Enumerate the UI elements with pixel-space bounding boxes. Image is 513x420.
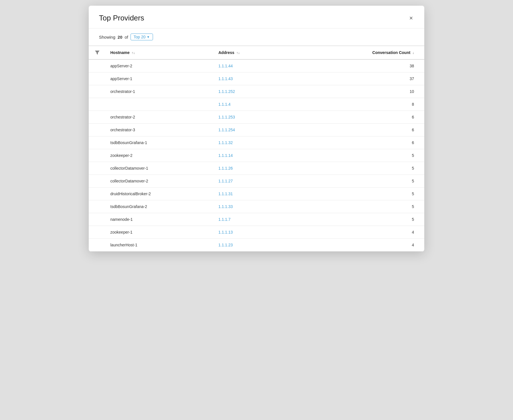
row-count: 5 <box>288 175 424 188</box>
row-address[interactable]: 1.1.1.13 <box>214 226 288 239</box>
modal-header: Top Providers × <box>89 6 424 28</box>
row-hostname: zookeeper-1 <box>106 226 214 239</box>
row-filter-cell <box>89 85 106 98</box>
row-count: 38 <box>288 59 424 72</box>
row-address[interactable]: 1.1.1.254 <box>214 124 288 136</box>
header-row: Hostname ↑↓ Address ↑↓ Conversation Coun… <box>89 46 424 60</box>
table-row: appServer-21.1.1.4438 <box>89 59 424 72</box>
row-filter-cell <box>89 98 106 111</box>
col-header-hostname[interactable]: Hostname ↑↓ <box>106 46 214 60</box>
table-row: tsdbBosunGrafana-21.1.1.335 <box>89 200 424 213</box>
row-hostname: orchestrator-2 <box>106 111 214 124</box>
providers-table-wrap: Hostname ↑↓ Address ↑↓ Conversation Coun… <box>89 46 424 251</box>
row-hostname <box>106 98 214 111</box>
address-sort-icon: ↑↓ <box>236 51 240 55</box>
table-body: appServer-21.1.1.4438appServer-11.1.1.43… <box>89 59 424 251</box>
table-row: 1.1.1.48 <box>89 98 424 111</box>
row-count: 10 <box>288 85 424 98</box>
row-count: 5 <box>288 200 424 213</box>
address-link[interactable]: 1.1.1.43 <box>218 76 233 81</box>
row-hostname: appServer-2 <box>106 59 214 72</box>
row-hostname: druidHistoricalBroker-2 <box>106 188 214 200</box>
showing-text: Showing <box>99 35 115 39</box>
row-filter-cell <box>89 188 106 200</box>
row-filter-cell <box>89 226 106 239</box>
row-address[interactable]: 1.1.1.33 <box>214 200 288 213</box>
row-count: 5 <box>288 213 424 226</box>
table-row: zookeeper-21.1.1.145 <box>89 149 424 162</box>
table-row: appServer-11.1.1.4337 <box>89 72 424 85</box>
count-sort-icon: ↓ <box>412 51 414 55</box>
row-hostname: orchestrator-3 <box>106 124 214 136</box>
address-link[interactable]: 1.1.1.23 <box>218 243 233 247</box>
row-count: 37 <box>288 72 424 85</box>
row-count: 6 <box>288 136 424 149</box>
table-row: zookeeper-11.1.1.134 <box>89 226 424 239</box>
top-dropdown-label: Top 20 <box>134 35 146 39</box>
table-row: namenode-11.1.1.75 <box>89 213 424 226</box>
address-link[interactable]: 1.1.1.254 <box>218 128 235 132</box>
address-link[interactable]: 1.1.1.14 <box>218 153 233 158</box>
row-address[interactable]: 1.1.1.14 <box>214 149 288 162</box>
row-address[interactable]: 1.1.1.7 <box>214 213 288 226</box>
row-hostname: tsdbBosunGrafana-1 <box>106 136 214 149</box>
row-address[interactable]: 1.1.1.26 <box>214 162 288 175</box>
row-address[interactable]: 1.1.1.23 <box>214 239 288 251</box>
modal-container: Top Providers × Showing 20 of Top 20 ▼ <box>89 6 424 251</box>
table-row: orchestrator-11.1.1.25210 <box>89 85 424 98</box>
col-header-count[interactable]: Conversation Count ↓ <box>288 46 424 60</box>
address-link[interactable]: 1.1.1.7 <box>218 217 231 222</box>
table-row: druidHistoricalBroker-21.1.1.315 <box>89 188 424 200</box>
col-header-filter <box>89 46 106 60</box>
address-link[interactable]: 1.1.1.253 <box>218 115 235 119</box>
row-address[interactable]: 1.1.1.27 <box>214 175 288 188</box>
modal-subheader: Showing 20 of Top 20 ▼ <box>89 28 424 46</box>
row-filter-cell <box>89 149 106 162</box>
showing-of: of <box>125 35 128 39</box>
address-link[interactable]: 1.1.1.44 <box>218 64 233 68</box>
row-address[interactable]: 1.1.1.252 <box>214 85 288 98</box>
table-row: tsdbBosunGrafana-11.1.1.326 <box>89 136 424 149</box>
row-hostname: namenode-1 <box>106 213 214 226</box>
top-dropdown-button[interactable]: Top 20 ▼ <box>131 34 153 40</box>
row-hostname: collectorDatamover-2 <box>106 175 214 188</box>
row-count: 4 <box>288 239 424 251</box>
row-address[interactable]: 1.1.1.32 <box>214 136 288 149</box>
showing-count: 20 <box>118 35 123 39</box>
table-row: collectorDatamover-11.1.1.265 <box>89 162 424 175</box>
row-address[interactable]: 1.1.1.44 <box>214 59 288 72</box>
col-count-label: Conversation Count <box>372 50 410 55</box>
row-count: 5 <box>288 188 424 200</box>
hostname-sort-icon: ↑↓ <box>132 51 135 55</box>
row-filter-cell <box>89 162 106 175</box>
row-filter-cell <box>89 175 106 188</box>
col-header-address[interactable]: Address ↑↓ <box>214 46 288 60</box>
address-link[interactable]: 1.1.1.252 <box>218 89 235 94</box>
table-header: Hostname ↑↓ Address ↑↓ Conversation Coun… <box>89 46 424 60</box>
col-hostname-label: Hostname <box>110 50 130 55</box>
chevron-down-icon: ▼ <box>147 35 150 39</box>
row-filter-cell <box>89 59 106 72</box>
row-address[interactable]: 1.1.1.43 <box>214 72 288 85</box>
address-link[interactable]: 1.1.1.27 <box>218 179 233 183</box>
row-hostname: orchestrator-1 <box>106 85 214 98</box>
providers-table: Hostname ↑↓ Address ↑↓ Conversation Coun… <box>89 46 424 251</box>
row-filter-cell <box>89 200 106 213</box>
row-count: 5 <box>288 162 424 175</box>
row-hostname: tsdbBosunGrafana-2 <box>106 200 214 213</box>
table-row: orchestrator-31.1.1.2546 <box>89 124 424 136</box>
row-count: 4 <box>288 226 424 239</box>
address-link[interactable]: 1.1.1.13 <box>218 230 233 234</box>
address-link[interactable]: 1.1.1.31 <box>218 192 233 196</box>
row-filter-cell <box>89 124 106 136</box>
address-link[interactable]: 1.1.1.26 <box>218 166 233 171</box>
row-hostname: appServer-1 <box>106 72 214 85</box>
close-button[interactable]: × <box>408 14 414 22</box>
row-address[interactable]: 1.1.1.31 <box>214 188 288 200</box>
address-link[interactable]: 1.1.1.4 <box>218 102 231 107</box>
address-link[interactable]: 1.1.1.33 <box>218 204 233 209</box>
row-address[interactable]: 1.1.1.253 <box>214 111 288 124</box>
row-address[interactable]: 1.1.1.4 <box>214 98 288 111</box>
row-filter-cell <box>89 239 106 251</box>
address-link[interactable]: 1.1.1.32 <box>218 140 233 145</box>
